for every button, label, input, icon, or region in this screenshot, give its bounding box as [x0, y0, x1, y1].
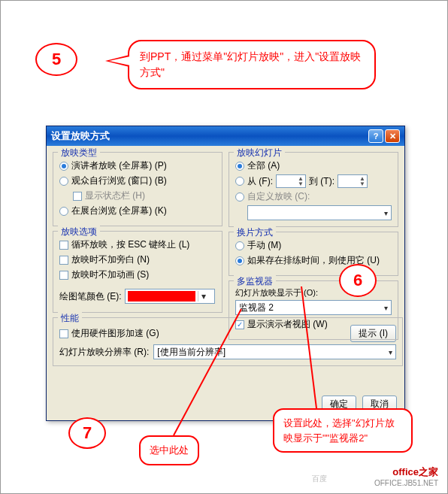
radio-icon: [235, 256, 244, 265]
from-spinner[interactable]: ▲▼: [276, 174, 306, 188]
group-title: 换片方式: [234, 226, 276, 239]
checkbox-icon: [235, 320, 244, 329]
spinner-arrows-icon: ▲▼: [359, 176, 365, 186]
radio-manual[interactable]: 手动 (M): [235, 239, 392, 252]
group-title: 性能: [58, 312, 82, 325]
checkbox-no-narration[interactable]: 放映时不加旁白 (N): [59, 253, 216, 266]
spinner-arrows-icon: ▲▼: [298, 176, 304, 186]
radio-custom-show: 自定义放映 (C):: [235, 190, 392, 203]
group-title: 放映类型: [58, 147, 100, 159]
checkbox-presenter-view[interactable]: 显示演示者视图 (W): [235, 318, 392, 331]
resolution-select[interactable]: [使用当前分辨率] ▾: [153, 344, 396, 359]
group-show-options: 放映选项 循环放映，按 ESC 键终止 (L) 放映时不加旁白 (N) 放映时不…: [53, 231, 222, 313]
to-label: 到 (T):: [309, 175, 334, 188]
monitor-select[interactable]: 监视器 2 ▾: [235, 300, 392, 315]
callout-number-6: 6: [339, 264, 377, 297]
radio-all-slides[interactable]: 全部 (A): [235, 159, 392, 172]
checkbox-icon: [73, 192, 82, 201]
chevron-down-icon: ▾: [384, 209, 388, 217]
checkbox-no-animation[interactable]: 放映时不加动画 (S): [59, 268, 216, 281]
close-button[interactable]: ✕: [385, 129, 400, 143]
group-title: 放映幻灯片: [234, 147, 285, 159]
speech-bubble-5: 到PPT，通过菜单"幻灯片放映"，进入"设置放映方式": [128, 40, 376, 89]
checkbox-hw-accel-label: 使用硬件图形加速 (G): [71, 327, 159, 340]
help-button[interactable]: ?: [368, 129, 383, 143]
annotation-7: 选中此处: [139, 435, 199, 465]
group-advance-slides: 换片方式 手动 (M) 如果存在排练时间，则使用它 (U): [229, 232, 398, 276]
checkbox-show-statusbar: 显示状态栏 (H): [59, 189, 216, 202]
chevron-down-icon: ▾: [389, 348, 392, 356]
dialog-title: 设置放映方式: [51, 129, 110, 143]
radio-icon: [59, 207, 68, 216]
group-show-type: 放映类型 演讲者放映 (全屏幕) (P) 观众自行浏览 (窗口) (B) 显示状…: [53, 152, 222, 226]
group-title: 放映选项: [58, 226, 100, 238]
resolution-label: 幻灯片放映分辨率 (R):: [59, 346, 149, 359]
radio-browsed-individual[interactable]: 观众自行浏览 (窗口) (B): [59, 174, 216, 187]
radio-presenter[interactable]: 演讲者放映 (全屏幕) (P): [59, 159, 216, 172]
radio-icon: [235, 162, 244, 171]
callout-number-5: 5: [35, 43, 77, 76]
checkbox-icon: [59, 271, 68, 280]
chevron-down-icon: ▾: [198, 291, 210, 302]
checkbox-hw-accel-icon[interactable]: [59, 329, 68, 338]
pen-color-label: 绘图笔颜色 (E):: [59, 290, 122, 303]
checkbox-icon: [59, 256, 68, 265]
radio-kiosk[interactable]: 在展台浏览 (全屏幕) (K): [59, 205, 216, 217]
to-spinner[interactable]: ▲▼: [338, 174, 368, 188]
radio-icon: [59, 177, 68, 186]
from-label: 从 (F):: [247, 175, 273, 188]
radio-use-timings[interactable]: 如果存在排练时间，则使用它 (U): [235, 254, 392, 267]
radio-icon: [235, 192, 244, 202]
checkbox-loop[interactable]: 循环放映，按 ESC 键终止 (L): [59, 238, 216, 251]
group-title: 多监视器: [234, 275, 276, 288]
titlebar[interactable]: 设置放映方式 ? ✕: [47, 126, 404, 146]
callout-number-7: 7: [68, 417, 106, 449]
radio-icon: [235, 241, 244, 250]
checkbox-icon: [59, 241, 68, 250]
annotation-6: 设置此处，选择"幻灯片放映显示于""监视器2": [273, 408, 413, 453]
pen-color-picker[interactable]: ▾: [125, 289, 215, 304]
radio-icon: [59, 162, 68, 171]
site-watermark: office之家 OFFICE.JB51.NET: [374, 465, 438, 487]
custom-show-select: ▾: [247, 205, 392, 220]
color-swatch: [128, 291, 195, 302]
group-show-slides: 放映幻灯片 全部 (A) 从 (F): ▲▼ 到 (T): ▲▼ 自定义放映 (…: [229, 152, 398, 227]
chevron-down-icon: ▾: [384, 304, 388, 312]
baidu-watermark: 百度: [312, 474, 327, 484]
radio-from-to-icon[interactable]: [235, 177, 244, 186]
